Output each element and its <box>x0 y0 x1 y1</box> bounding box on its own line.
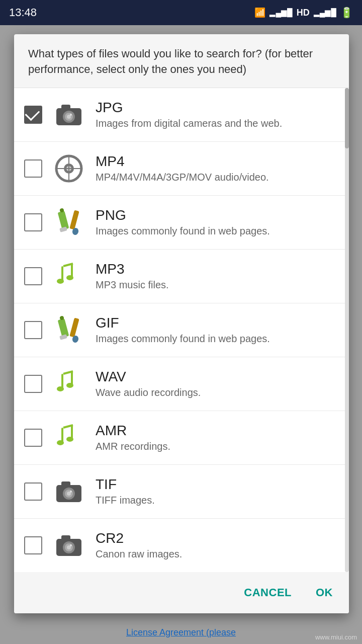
file-item-amr[interactable]: AMRAMR recordings. <box>14 411 349 465</box>
status-bar: 13:48 📶 ▂▄▆█ HD ▂▄▆█ 🔋 <box>0 0 362 25</box>
svg-rect-37 <box>61 481 70 487</box>
file-info-mp3: MP3MP3 music files. <box>96 261 335 291</box>
file-type-name-mp4: MP4 <box>96 153 335 170</box>
ok-button[interactable]: OK <box>314 582 335 603</box>
svg-rect-12 <box>59 226 67 232</box>
svg-rect-22 <box>59 334 67 340</box>
signal-icon: ▂▄▆█ <box>269 8 292 17</box>
svg-rect-24 <box>69 317 79 337</box>
file-info-gif: GIFImages commonly found in web pages. <box>96 315 335 345</box>
dialog-header: What types of files would you like to se… <box>14 34 349 88</box>
svg-point-35 <box>66 437 73 442</box>
icon-wav <box>51 366 86 401</box>
status-icons: 📶 ▂▄▆█ HD ▂▄▆█ 🔋 <box>254 7 353 19</box>
checkbox-amr[interactable] <box>24 429 42 447</box>
status-time: 13:48 <box>9 6 37 19</box>
svg-rect-11 <box>58 210 69 229</box>
file-type-desc-cr2: Canon raw images. <box>96 548 335 560</box>
checkbox-jpg[interactable] <box>24 106 42 124</box>
file-type-desc-wav: Wave audio recordings. <box>96 387 335 398</box>
file-item-tif[interactable]: TIFTIFF images. <box>14 465 349 519</box>
file-info-png: PNGImages commonly found in web pages. <box>96 207 335 237</box>
file-type-name-tif: TIF <box>96 476 335 493</box>
svg-rect-14 <box>69 210 79 229</box>
file-type-name-wav: WAV <box>96 369 335 385</box>
file-type-desc-gif: Images commonly found in web pages. <box>96 333 335 345</box>
svg-point-27 <box>57 386 64 391</box>
icon-jpg <box>51 97 86 132</box>
file-type-desc-mp4: MP4/M4V/M4A/3GP/MOV audio/video. <box>96 172 335 183</box>
checkbox-png[interactable] <box>24 213 42 231</box>
file-type-name-jpg: JPG <box>96 100 335 116</box>
checkbox-gif[interactable] <box>24 321 42 339</box>
file-item-png[interactable]: PNGImages commonly found in web pages. <box>14 196 349 250</box>
checkbox-mp3[interactable] <box>24 267 42 285</box>
svg-point-47 <box>70 544 72 546</box>
checkbox-tif[interactable] <box>24 482 42 501</box>
icon-cr2 <box>51 528 86 563</box>
file-info-tif: TIFTIFF images. <box>96 476 335 506</box>
svg-rect-1 <box>61 105 70 110</box>
file-item-jpg[interactable]: JPGImages from digital cameras and the w… <box>14 88 349 142</box>
file-type-list: JPGImages from digital cameras and the w… <box>14 88 349 572</box>
file-type-name-png: PNG <box>96 207 335 223</box>
battery-icon: 🔋 <box>340 7 353 19</box>
icon-mp3 <box>51 259 86 294</box>
svg-rect-21 <box>58 318 69 337</box>
hd-label: HD <box>297 8 310 18</box>
icon-mp4 <box>51 151 86 186</box>
svg-rect-43 <box>61 535 70 540</box>
icon-gif <box>51 312 86 348</box>
miui-watermark: www.miui.com <box>315 633 357 641</box>
file-type-name-mp3: MP3 <box>96 261 335 277</box>
dialog-scroll-area: JPGImages from digital cameras and the w… <box>14 88 349 572</box>
svg-point-32 <box>57 440 64 445</box>
file-type-dialog: What types of files would you like to se… <box>14 34 349 613</box>
file-info-cr2: CR2Canon raw images. <box>96 530 335 560</box>
cancel-button[interactable]: CANCEL <box>242 582 294 603</box>
icon-tif <box>51 474 86 509</box>
file-item-mp4[interactable]: MP4MP4/M4V/M4A/3GP/MOV audio/video. <box>14 142 349 196</box>
file-info-wav: WAVWave audio recordings. <box>96 369 335 398</box>
svg-point-20 <box>66 275 73 280</box>
file-item-wav[interactable]: WAVWave audio recordings. <box>14 357 349 411</box>
checkbox-mp4[interactable] <box>24 159 42 178</box>
dialog-buttons: CANCEL OK <box>14 572 349 613</box>
svg-point-41 <box>70 491 72 493</box>
file-type-name-gif: GIF <box>96 315 335 331</box>
file-type-name-cr2: CR2 <box>96 530 335 546</box>
svg-point-5 <box>70 114 72 116</box>
file-info-amr: AMRAMR recordings. <box>96 423 335 452</box>
file-type-desc-amr: AMR recordings. <box>96 441 335 452</box>
svg-point-30 <box>66 383 73 388</box>
file-item-mp3[interactable]: MP3MP3 music files. <box>14 250 349 303</box>
file-type-desc-jpg: Images from digital cameras and the web. <box>96 118 335 129</box>
file-type-name-amr: AMR <box>96 423 335 439</box>
svg-point-17 <box>57 279 64 284</box>
checkbox-wav[interactable] <box>24 375 42 393</box>
file-info-jpg: JPGImages from digital cameras and the w… <box>96 100 335 129</box>
scrollbar[interactable] <box>345 88 349 572</box>
file-info-mp4: MP4MP4/M4V/M4A/3GP/MOV audio/video. <box>96 153 335 183</box>
signal2-icon: ▂▄▆█ <box>314 8 336 17</box>
icon-png <box>51 205 86 240</box>
file-type-desc-mp3: MP3 music files. <box>96 279 335 291</box>
checkbox-cr2[interactable] <box>24 536 42 554</box>
bg-license-link[interactable]: License Agreement (please <box>126 627 236 638</box>
file-item-gif[interactable]: GIFImages commonly found in web pages. <box>14 303 349 357</box>
scrollbar-thumb[interactable] <box>345 88 349 148</box>
file-type-desc-tif: TIFF images. <box>96 495 335 506</box>
file-item-cr2[interactable]: CR2Canon raw images. <box>14 519 349 572</box>
icon-amr <box>51 420 86 455</box>
wifi-icon: 📶 <box>254 7 265 18</box>
file-type-desc-png: Images commonly found in web pages. <box>96 225 335 237</box>
